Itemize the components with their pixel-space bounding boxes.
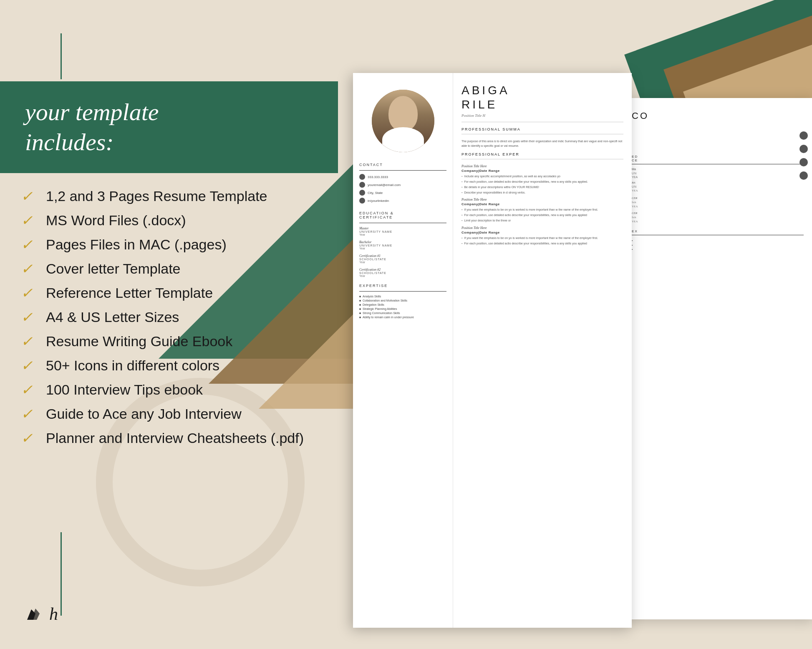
expertise-item: Delegation Skills — [359, 303, 446, 306]
list-item-text: MS Word Files (.docx) — [46, 212, 186, 229]
location-icon — [359, 190, 365, 196]
resume-photo — [372, 90, 434, 152]
photo-face — [388, 96, 418, 131]
resume-position-title: Position Title H — [461, 113, 623, 118]
back-exp-label: EX — [632, 229, 804, 233]
contact-email: youremail@email.com — [359, 182, 446, 188]
check-icon: ✓ — [21, 212, 38, 229]
back-resume-content: CO EDCE Ma UN YEA BA UN YEA CER Sch — [623, 98, 812, 264]
list-item: ✓ 50+ Icons in different colors — [21, 357, 334, 374]
back-cert2: CER — [632, 211, 804, 215]
photo-person — [372, 90, 434, 152]
edu-master: Master University Name Year — [359, 226, 446, 236]
expertise-item: Collaboration and Motivation Skills — [359, 299, 446, 302]
professional-summary-heading: Professional Summa — [461, 127, 623, 131]
list-item: ✓ Reference Letter Template — [21, 284, 334, 301]
list-item: ✓ Planner and Interview Cheatsheets (.pd… — [21, 430, 334, 446]
check-icon: ✓ — [21, 405, 38, 422]
contact-linkedin: in/yourlinkedin — [359, 198, 446, 204]
green-banner: your template includes: — [0, 81, 338, 173]
bullet-icon: • — [461, 214, 462, 217]
expertise-section-label: Expertise — [359, 284, 446, 288]
list-item: ✓ Cover letter Template — [21, 260, 334, 277]
job-bullet: • Be details in your descriptions witho … — [461, 185, 623, 189]
back-icon-2 — [799, 145, 808, 153]
bullet-icon — [359, 304, 361, 306]
list-item: ✓ 100 Interview Tips ebook — [21, 381, 334, 398]
check-icon: ✓ — [21, 236, 38, 253]
job-bullet: • For each position, use detailed actio … — [461, 213, 623, 217]
photo-body — [382, 127, 424, 152]
banner-line1: your template — [25, 98, 159, 126]
back-exp-divider — [632, 235, 804, 235]
professional-summary-text: The purpose of this area is to direct em… — [461, 139, 623, 148]
back-cert2-sch: Sch — [632, 216, 804, 219]
bullet-icon — [359, 312, 361, 314]
bullet-icon — [359, 296, 361, 297]
back-cert2-year: YEA — [632, 220, 804, 223]
check-icon: ✓ — [21, 260, 38, 277]
logo-wing-icon — [25, 605, 46, 623]
job-bullet: • If you want the emphasis to be on yo i… — [461, 208, 623, 212]
bullet-icon: • — [461, 208, 462, 212]
list-item: ✓ Resume Writing Guide Ebook — [21, 333, 334, 350]
back-icons-column — [799, 131, 808, 180]
logo-letter: h — [49, 604, 58, 624]
job-company-1: Company|Date Range — [461, 169, 623, 173]
resume-sidebar: Contact 333.333.3333 youremail@email.com… — [353, 73, 453, 628]
check-icon: ✓ — [21, 357, 38, 374]
back-content-area: EDCE Ma UN YEA BA UN YEA CER Sch YEA CER… — [632, 155, 804, 252]
back-cert1: CER — [632, 196, 804, 200]
expertise-item: Strategic Planning Abilities — [359, 307, 446, 310]
job-title-2: Position Title Here — [461, 198, 623, 201]
contact-phone: 333.333.3333 — [359, 174, 446, 180]
job-bullet: • Describe your responsibilities in d st… — [461, 191, 623, 195]
list-item: ✓ Guide to Ace any Job Interview — [21, 405, 334, 422]
list-item-text: Reference Letter Template — [46, 285, 213, 301]
back-icon-4 — [799, 171, 808, 180]
edu-cert1: Certification #1 School/State Year — [359, 254, 446, 264]
list-item-text: 100 Interview Tips ebook — [46, 382, 203, 398]
vertical-line-top — [61, 33, 62, 79]
check-icon: ✓ — [21, 381, 38, 398]
bullet-icon: • — [461, 219, 462, 223]
job-title-3: Position Title Here — [461, 226, 623, 230]
experience-divider — [461, 159, 623, 159]
list-item-text: A4 & US Letter Sizes — [46, 309, 179, 325]
list-item-text: Guide to Ace any Job Interview — [46, 406, 242, 422]
linkedin-icon — [359, 198, 365, 204]
edu-bachelor: Bachelor University Name Year — [359, 240, 446, 250]
job-company-2: Company|Date Range — [461, 202, 623, 206]
list-item-text: Resume Writing Guide Ebook — [46, 333, 232, 350]
bullet-icon: • — [461, 236, 462, 240]
resume-name: ABIGA RILE — [461, 83, 623, 111]
resume-main-divider — [461, 122, 623, 122]
back-uni: UN — [632, 172, 804, 175]
summary-divider — [461, 134, 623, 134]
email-icon — [359, 182, 365, 188]
contact-section-label: Contact — [359, 163, 446, 167]
resume-card-back: CO EDCE Ma UN YEA BA UN YEA CER Sch — [623, 98, 812, 619]
checklist: ✓ 1,2 and 3 Pages Resume Template ✓ MS W… — [21, 188, 334, 454]
back-degree2: BA — [632, 181, 804, 184]
edu-cert2: Certification #2 School/State Year — [359, 268, 446, 277]
job-bullet: • Include any specific accomplishment po… — [461, 174, 623, 179]
bullet-icon — [359, 317, 361, 318]
list-item-text: Pages Files in MAC (.pages) — [46, 236, 227, 253]
back-uni2: UN — [632, 185, 804, 188]
expertise-divider — [359, 291, 446, 292]
bullet-icon: • — [461, 180, 462, 184]
back-section-label: EDCE — [632, 155, 804, 162]
banner-line2: includes: — [25, 128, 114, 156]
job-company-3: Company|Date Range — [461, 231, 623, 234]
list-item-text: Planner and Interview Cheatsheets (.pdf) — [46, 430, 304, 446]
education-divider — [359, 223, 446, 223]
back-icon-3 — [799, 158, 808, 166]
back-edu-item: Ma — [632, 168, 804, 171]
check-icon: ✓ — [21, 309, 38, 325]
expertise-item: Ability to remain calm in under pressure — [359, 316, 446, 319]
check-icon: ✓ — [21, 188, 38, 204]
bullet-icon: • — [461, 175, 462, 179]
job-bullet: • If you want the emphasis to be on yo i… — [461, 236, 623, 240]
list-item: ✓ 1,2 and 3 Pages Resume Template — [21, 188, 334, 204]
